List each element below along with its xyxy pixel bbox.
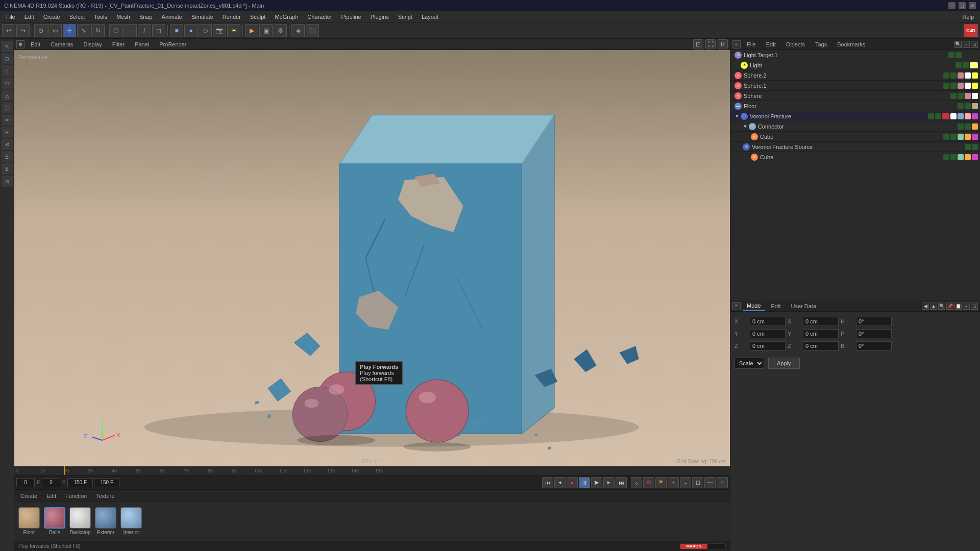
vp-safe-frames-btn[interactable]: ⊡ [693,39,703,49]
cylinder-btn[interactable]: ⬭ [199,24,212,37]
am-prev-btn[interactable]: ◀ [922,303,929,310]
menu-character[interactable]: Character [303,13,336,21]
mat-interior[interactable]: Interior [120,507,142,535]
menu-pipeline[interactable]: Pipeline [337,13,365,21]
prev-frame-btn[interactable]: ◂ [554,477,566,488]
menu-select[interactable]: Select [65,13,89,21]
menu-layout[interactable]: Layout [418,13,443,21]
om-expand-btn[interactable]: □ [971,41,978,48]
cube-btn[interactable]: ■ [170,24,183,37]
s2-visibility[interactable] [943,72,949,79]
goto-start-btn[interactable]: ⏮ [542,477,553,488]
c2-render[interactable] [950,154,957,160]
vf-visibility[interactable] [928,113,934,119]
am-collapse-btn[interactable]: − [963,303,970,310]
vp-tab-filter[interactable]: Filter [108,40,129,48]
menu-snap[interactable]: Snap [135,13,157,21]
sp-render[interactable] [958,93,964,99]
motion-btn[interactable]: 〰 [704,477,716,488]
polygons-mode-btn[interactable]: ◻ [152,24,165,37]
key-sel-btn[interactable]: ◻ [692,477,703,488]
mat-tab-create[interactable]: Create [16,492,41,500]
om-tab-tags[interactable]: Tags [811,40,831,48]
mat-tab-edit[interactable]: Edit [42,492,60,500]
conn-expand-icon[interactable]: ▼ [743,123,748,129]
mat-floor[interactable]: Floor [18,507,40,535]
menu-plugins[interactable]: Plugins [366,13,393,21]
menu-simulate[interactable]: Simulate [187,13,217,21]
redo-btn[interactable]: ↪ [16,24,30,37]
menu-help[interactable]: Help [958,13,978,21]
render-btn[interactable]: ▶ [245,24,258,37]
vfs-render[interactable] [972,144,978,150]
playhead[interactable] [64,466,65,475]
am-pin-btn[interactable]: 📌 [946,303,953,310]
texture-btn[interactable]: ⬛ [306,24,319,37]
menu-edit[interactable]: Edit [20,13,38,21]
undo-btn[interactable]: ↩ [2,24,15,37]
om-row-light-target[interactable]: ⊕ Light.Target.1 [730,50,980,60]
stop-btn[interactable]: ⊗ [643,477,654,488]
paint-btn[interactable]: ✏ [2,114,13,126]
effector-btn[interactable]: ⬛ [2,102,13,113]
menu-mograph[interactable]: MoGraph [271,13,302,21]
am-expand-btn[interactable]: □ [971,303,978,310]
om-row-floor[interactable]: ▬ Floor [730,101,980,111]
h-input[interactable] [856,317,892,326]
z-pos-input[interactable] [750,341,786,350]
mat-exterior[interactable]: Exterior [95,507,116,535]
mat-tab-texture[interactable]: Texture [92,492,118,500]
vp-tab-prorender[interactable]: ProRender [155,40,190,48]
om-row-cube2[interactable]: ■ Cube [730,152,980,162]
menu-animate[interactable]: Animate [158,13,186,21]
vp-tab-edit[interactable]: Edit [27,40,44,48]
del-key-btn[interactable]: - [680,477,691,488]
edges-mode-btn[interactable]: / [138,24,151,37]
om-tab-bookmarks[interactable]: Bookmarks [833,40,869,48]
fl-render[interactable] [965,103,971,109]
am-next-btn[interactable]: ▲ [930,303,937,310]
fl-visibility[interactable] [958,103,964,109]
om-collapse-btn[interactable]: − [963,41,970,48]
mat-balls[interactable]: Balls [44,507,65,535]
om-row-cube1[interactable]: ■ Cube [730,132,980,142]
om-search-btn[interactable]: 🔍 [954,41,962,48]
am-tab-userdata[interactable]: User Data [787,302,821,310]
end-frame-input[interactable] [94,478,119,487]
om-row-voronoi-fracture[interactable]: ▼ ⬡ Voronoi Fracture [730,111,980,121]
maximize-btn[interactable]: □ [959,2,966,9]
x-rot-input[interactable] [803,317,839,326]
poly-tool-btn[interactable]: ⬡ [2,53,13,64]
co-visibility[interactable] [958,123,964,130]
co-render[interactable] [965,123,971,130]
am-search-btn[interactable]: 🔍 [938,303,945,310]
primitive-btn[interactable]: □ [2,78,13,89]
menu-tools[interactable]: Tools [90,13,111,21]
s2-render[interactable] [950,72,957,79]
am-copy-btn[interactable]: 📋 [954,303,962,310]
camera-tool-btn[interactable]: ⊙ [2,176,13,187]
apply-button[interactable]: Apply [768,358,800,369]
goto-end-btn[interactable]: ⏭ [616,477,627,488]
s1-render[interactable] [950,83,957,89]
secondary-frame-input[interactable] [42,478,60,487]
dynamics-btn[interactable]: S [2,151,13,162]
menu-create[interactable]: Create [39,13,64,21]
autokey-btn[interactable]: ⚑ [655,477,667,488]
total-frames-input[interactable] [67,478,93,487]
viewport-menu-btn[interactable]: ≡ [16,40,24,48]
lt-visibility[interactable] [948,52,954,58]
vf-render[interactable] [935,113,941,119]
key-btn[interactable]: ⬦ [631,477,642,488]
om-tab-edit[interactable]: Edit [762,40,780,48]
om-row-connector[interactable]: ▼ ⟲ Connector [730,121,980,132]
menu-render[interactable]: Render [218,13,245,21]
character-btn[interactable]: $ [2,163,13,174]
vp-tab-camera[interactable]: Cameras [46,40,78,48]
c2-visibility[interactable] [943,154,949,160]
nla-btn[interactable]: ≡ [717,477,728,488]
om-row-voronoi-source[interactable]: ⊛ Voronoi Fracture Source [730,142,980,152]
p-input[interactable] [856,329,892,338]
select-tool-btn[interactable]: ↖ [2,41,13,52]
vfs-visibility[interactable] [965,144,971,150]
